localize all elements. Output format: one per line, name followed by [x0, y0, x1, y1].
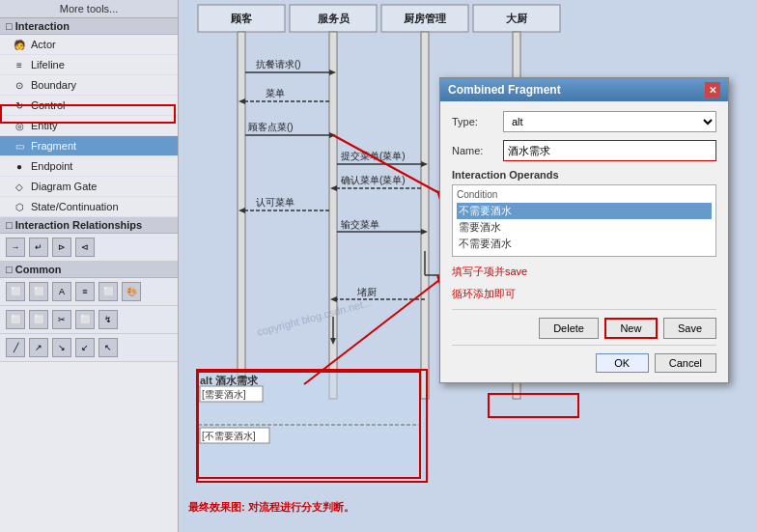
new-button[interactable]: New	[604, 318, 658, 339]
svg-text:厨房管理: 厨房管理	[403, 13, 447, 24]
name-row: Name:	[452, 140, 716, 161]
condition-label: Condition	[457, 189, 712, 200]
interaction-rel-toolbar: → ↵ ⊳ ⊲	[0, 234, 178, 262]
common-icon-5[interactable]: ⬜	[98, 282, 118, 301]
common-icon-7[interactable]: ⬜	[6, 310, 25, 329]
cancel-button[interactable]: Cancel	[655, 353, 716, 373]
name-input[interactable]	[503, 140, 716, 161]
operands-box: Condition 不需要酒水 需要酒水 不需要酒水	[452, 184, 716, 257]
line-icon-3[interactable]: ↘	[52, 338, 71, 357]
common-toolbar-1: ⬜ ⬜ A ≡ ⬜ 🎨	[0, 278, 178, 306]
diagram-gate-icon: ◇	[12, 179, 27, 194]
sidebar-item-state-continuation[interactable]: ⬡ State/Continuation	[0, 197, 178, 217]
create-icon[interactable]: ⊳	[52, 238, 71, 257]
common-toolbar-2: ⬜ ⬜ ✂ ⬜ ↯	[0, 306, 178, 334]
line-icon-1[interactable]: ╱	[6, 338, 25, 357]
sidebar-item-endpoint[interactable]: ● Endpoint	[0, 156, 178, 177]
svg-text:服务员: 服务员	[317, 13, 350, 24]
svg-text:堵厨: 堵厨	[356, 287, 377, 297]
section-interaction: □ Interaction	[0, 18, 178, 35]
condition-item-1[interactable]: 不需要酒水	[457, 203, 712, 219]
svg-text:[需要酒水]: [需要酒水]	[202, 389, 246, 400]
delete-button[interactable]: Delete	[539, 318, 599, 339]
sidebar-item-lifeline[interactable]: ≡ Lifeline	[0, 55, 178, 75]
common-icon-8[interactable]: ⬜	[29, 310, 48, 329]
sidebar-item-entity[interactable]: ◎ Entity	[0, 116, 178, 136]
list-icon[interactable]: ≡	[75, 282, 95, 301]
sidebar-item-control[interactable]: ↻ Control	[0, 96, 178, 116]
section-interaction-rel: □ Interaction Relationships	[0, 217, 178, 234]
dialog-body: Type: alt loop opt break par Name: Inter…	[440, 101, 728, 382]
left-panel: More tools... □ Interaction 🧑 Actor ≡ Li…	[0, 0, 179, 532]
state-icon: ⬡	[12, 199, 27, 214]
section-common: □ Common	[0, 262, 178, 278]
return-icon[interactable]: ↵	[29, 238, 48, 257]
combined-fragment-dialog: Combined Fragment ✕ Type: alt loop opt b…	[439, 77, 729, 383]
sidebar-item-diagram-gate[interactable]: ◇ Diagram Gate	[0, 177, 178, 197]
svg-text:输交菜单: 输交菜单	[341, 219, 379, 230]
line-icon-5[interactable]: ↖	[98, 338, 118, 357]
svg-text:顾客: 顾客	[230, 13, 253, 24]
actor-icon: 🧑	[12, 37, 27, 52]
svg-text:alt 酒水需求: alt 酒水需求	[200, 375, 259, 386]
endpoint-icon: ●	[12, 158, 27, 174]
note-loop: 循环添加即可	[452, 287, 716, 301]
save-button[interactable]: Save	[663, 318, 716, 339]
sidebar-item-boundary[interactable]: ⊙ Boundary	[0, 75, 178, 96]
ok-cancel-buttons: OK Cancel	[452, 345, 716, 373]
text-icon[interactable]: A	[52, 282, 71, 301]
condition-item-2[interactable]: 需要酒水	[457, 219, 712, 236]
type-label: Type:	[452, 116, 495, 127]
dialog-titlebar: Combined Fragment ✕	[440, 78, 728, 101]
common-toolbar-3: ╱ ↗ ↘ ↙ ↖	[0, 334, 178, 362]
common-icon-6[interactable]: 🎨	[122, 282, 141, 301]
svg-text:[不需要酒水]: [不需要酒水]	[202, 431, 256, 441]
name-label: Name:	[452, 145, 495, 156]
svg-text:菜单: 菜单	[266, 88, 285, 98]
line-icon-4[interactable]: ↙	[75, 338, 95, 357]
main-canvas: 顾客 服务员 厨房管理 大厨 抗餐请求() 菜单	[179, 0, 757, 532]
svg-text:大厨: 大厨	[505, 13, 528, 24]
common-icon-10[interactable]: ⬜	[75, 310, 95, 329]
type-row: Type: alt loop opt break par	[452, 111, 716, 132]
line-icon-2[interactable]: ↗	[29, 338, 48, 357]
boundary-icon: ⊙	[12, 77, 27, 93]
found-icon[interactable]: ⊲	[75, 238, 95, 257]
entity-icon: ◎	[12, 118, 27, 133]
svg-text:确认菜单(菜单): 确认菜单(菜单)	[340, 175, 406, 185]
bottom-note: 最终效果图: 对流程进行分支判断。	[188, 500, 354, 515]
arrow-icon[interactable]: →	[6, 238, 25, 257]
svg-text:顾客点菜(): 顾客点菜()	[248, 122, 294, 132]
sidebar-item-actor[interactable]: 🧑 Actor	[0, 35, 178, 55]
common-icon-2[interactable]: ⬜	[29, 282, 48, 301]
action-buttons: Delete New Save	[452, 309, 716, 339]
dialog-title: Combined Fragment	[448, 83, 561, 97]
svg-text:认可菜单: 认可菜单	[256, 197, 294, 208]
common-icon-11[interactable]: ↯	[98, 310, 118, 329]
condition-item-3[interactable]: 不需要酒水	[457, 236, 712, 252]
svg-rect-9	[238, 32, 245, 399]
fragment-icon: ▭	[12, 138, 27, 154]
control-icon: ↻	[12, 98, 27, 113]
sidebar-item-fragment[interactable]: ▭ Fragment	[0, 136, 178, 156]
note-fill: 填写子项并save	[452, 265, 716, 279]
common-icon-9[interactable]: ✂	[52, 310, 71, 329]
dialog-close-button[interactable]: ✕	[705, 82, 720, 98]
type-select[interactable]: alt loop opt break par	[503, 111, 716, 132]
more-tools-button[interactable]: More tools...	[0, 0, 178, 18]
ok-button[interactable]: OK	[596, 353, 649, 373]
svg-rect-11	[421, 32, 429, 399]
svg-text:抗餐请求(): 抗餐请求()	[256, 59, 301, 70]
operands-section-title: Interaction Operands	[452, 169, 716, 181]
common-icon-1[interactable]: ⬜	[6, 282, 25, 301]
lifeline-icon: ≡	[12, 57, 27, 72]
